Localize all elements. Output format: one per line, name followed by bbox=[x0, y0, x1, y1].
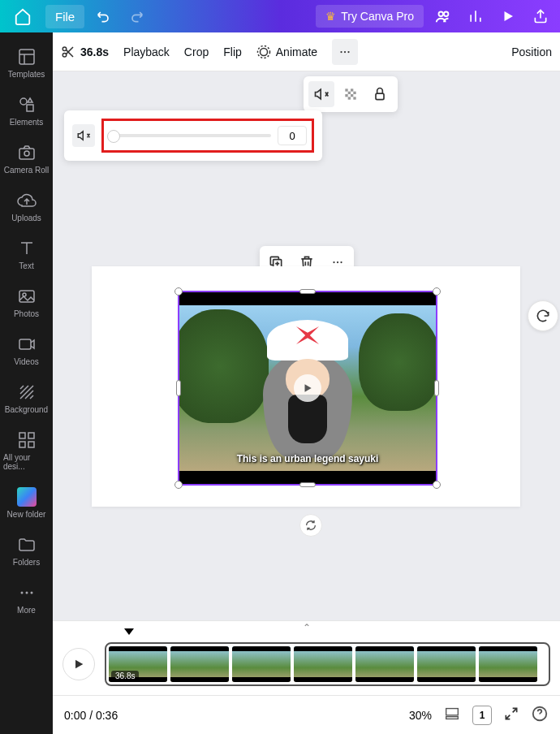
svg-rect-12 bbox=[19, 442, 25, 447]
resize-handle-ne[interactable] bbox=[433, 287, 441, 296]
sidebar-item-uploads[interactable]: Uploads bbox=[0, 183, 53, 231]
sidebar-item-folders[interactable]: Folders bbox=[0, 527, 53, 575]
timeline-thumb bbox=[232, 646, 291, 682]
playhead-marker[interactable] bbox=[124, 628, 134, 635]
svg-point-22 bbox=[344, 50, 346, 52]
more-icon bbox=[338, 45, 352, 59]
insights-button[interactable] bbox=[463, 8, 489, 24]
try-pro-label: Try Canva Pro bbox=[341, 10, 414, 23]
resize-handle-w[interactable] bbox=[176, 380, 181, 396]
help-button[interactable] bbox=[531, 705, 549, 725]
resize-handle-e[interactable] bbox=[434, 380, 439, 396]
undo-button[interactable] bbox=[91, 8, 117, 24]
timeline-thumb bbox=[170, 646, 229, 682]
file-menu[interactable]: File bbox=[45, 5, 84, 28]
animate-button[interactable]: Animate bbox=[256, 45, 317, 59]
grid-icon bbox=[443, 705, 461, 723]
playback-button[interactable]: Playback bbox=[123, 45, 170, 58]
svg-rect-9 bbox=[19, 339, 31, 349]
chevron-up-icon: ⌃ bbox=[303, 622, 311, 633]
svg-point-1 bbox=[444, 12, 449, 17]
new-folder-icon bbox=[17, 487, 37, 507]
svg-rect-10 bbox=[19, 433, 25, 438]
timeline-play-button[interactable] bbox=[62, 648, 95, 680]
svg-rect-37 bbox=[446, 709, 459, 715]
more-button[interactable] bbox=[332, 39, 358, 65]
timeline-thumb bbox=[355, 646, 414, 682]
resize-handle-sw[interactable] bbox=[174, 481, 183, 489]
regenerate-button[interactable] bbox=[528, 300, 558, 331]
sidebar-item-photos[interactable]: Photos bbox=[0, 278, 53, 326]
clip-duration-badge: 36.8s bbox=[111, 671, 139, 681]
animate-icon bbox=[256, 45, 271, 59]
svg-point-16 bbox=[30, 592, 32, 594]
svg-point-15 bbox=[25, 592, 28, 594]
timeline: 36.8s bbox=[53, 633, 560, 695]
sidebar-item-templates[interactable]: Templates bbox=[0, 39, 53, 87]
sidebar-item-background[interactable]: Background bbox=[0, 374, 53, 422]
resize-handle-n[interactable] bbox=[299, 289, 316, 294]
svg-rect-2 bbox=[19, 50, 34, 64]
play-icon bbox=[72, 658, 85, 671]
crop-button[interactable]: Crop bbox=[184, 45, 209, 58]
svg-point-6 bbox=[24, 151, 29, 156]
resize-handle-s[interactable] bbox=[299, 482, 316, 487]
position-button[interactable]: Position bbox=[511, 45, 552, 58]
svg-point-21 bbox=[341, 50, 342, 52]
trim-button[interactable]: 36.8s bbox=[61, 45, 109, 59]
refresh-icon bbox=[535, 308, 551, 324]
crown-icon: ♛ bbox=[325, 10, 336, 23]
svg-rect-4 bbox=[27, 105, 33, 111]
scissors-icon bbox=[61, 45, 75, 59]
timeline-thumb bbox=[479, 646, 537, 682]
collaborators-button[interactable] bbox=[430, 7, 456, 25]
video-element[interactable]: This is an urban legend sayuki bbox=[178, 291, 437, 486]
playback-time: 0:00 / 0:36 bbox=[64, 709, 118, 722]
flip-button[interactable]: Flip bbox=[223, 45, 242, 58]
svg-point-0 bbox=[439, 12, 444, 17]
sidebar-item-more[interactable]: More bbox=[0, 575, 53, 623]
help-icon bbox=[531, 705, 549, 723]
svg-point-19 bbox=[260, 48, 267, 55]
sidebar-item-camera-roll[interactable]: Camera Roll bbox=[0, 135, 53, 183]
svg-rect-38 bbox=[446, 717, 459, 719]
context-toolbar: 36.8s Playback Crop Flip Animate Positio… bbox=[53, 32, 560, 71]
resize-handle-nw[interactable] bbox=[174, 287, 183, 296]
svg-point-3 bbox=[20, 98, 27, 105]
present-button[interactable] bbox=[495, 9, 521, 24]
svg-rect-11 bbox=[28, 433, 34, 438]
page-count-button[interactable]: 1 bbox=[472, 706, 492, 725]
svg-point-14 bbox=[20, 592, 23, 594]
svg-point-36 bbox=[340, 261, 342, 263]
sync-button[interactable] bbox=[299, 514, 322, 537]
sync-icon bbox=[304, 519, 317, 532]
bottom-bar: 0:00 / 0:36 30% 1 bbox=[53, 695, 560, 734]
sidebar-item-new-folder[interactable]: New folder bbox=[0, 479, 53, 527]
zoom-level[interactable]: 30% bbox=[409, 709, 432, 722]
grid-view-button[interactable] bbox=[443, 705, 461, 725]
sidebar-item-elements[interactable]: Elements bbox=[0, 87, 53, 135]
timeline-thumb bbox=[294, 646, 352, 682]
svg-point-34 bbox=[333, 261, 334, 263]
resize-handle-se[interactable] bbox=[433, 481, 441, 489]
sidebar-item-all-designs[interactable]: All your desi... bbox=[0, 422, 53, 479]
sidebar-item-text[interactable]: Text bbox=[0, 231, 53, 278]
timeline-thumb bbox=[417, 646, 476, 682]
svg-point-35 bbox=[336, 261, 338, 263]
svg-point-23 bbox=[348, 50, 350, 52]
expand-icon bbox=[503, 706, 519, 722]
play-icon bbox=[302, 382, 313, 394]
fullscreen-button[interactable] bbox=[503, 706, 519, 724]
try-pro-button[interactable]: ♛ Try Canva Pro bbox=[316, 5, 424, 28]
play-overlay-button[interactable] bbox=[294, 374, 321, 402]
redo-button[interactable] bbox=[123, 8, 149, 24]
share-button[interactable] bbox=[528, 8, 554, 24]
sidebar: Templates Elements Camera Roll Uploads T… bbox=[0, 32, 53, 734]
timeline-clip[interactable]: 36.8s bbox=[105, 642, 550, 686]
svg-rect-13 bbox=[28, 442, 34, 447]
sidebar-item-videos[interactable]: Videos bbox=[0, 326, 53, 374]
video-subtitle: This is an urban legend sayuki bbox=[179, 453, 436, 464]
svg-rect-5 bbox=[19, 149, 34, 159]
home-button[interactable] bbox=[6, 0, 39, 32]
